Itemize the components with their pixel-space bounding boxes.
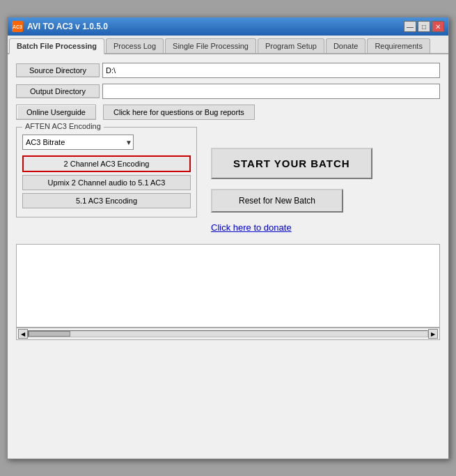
tab-setup[interactable]: Program Setup xyxy=(258,38,324,53)
2channel-encoding-button[interactable]: 2 Channel AC3 Encoding xyxy=(22,155,191,172)
scroll-right-button[interactable]: ▶ xyxy=(428,329,438,339)
bug-reports-button[interactable]: Click here for questions or Bug reports xyxy=(103,105,255,120)
tab-bar: Batch File Processing Process Log Single… xyxy=(8,36,448,54)
scrollbar-container: ◀ ▶ xyxy=(16,328,440,340)
app-icon-text: AC3 xyxy=(13,24,22,29)
dropdown-row: AC3 Bitrate AC3 Quality ▼ xyxy=(22,135,191,150)
dropdown-wrapper: AC3 Bitrate AC3 Quality ▼ xyxy=(22,135,134,150)
tab-batch[interactable]: Batch File Processing xyxy=(9,38,104,54)
upmix-encoding-button[interactable]: Upmix 2 Channel audio to 5.1 AC3 xyxy=(22,175,191,190)
encoding-group-legend: AFTEN AC3 Encoding xyxy=(22,122,104,130)
log-text-area[interactable] xyxy=(16,244,440,328)
donate-link[interactable]: Click here to donate xyxy=(211,222,292,233)
right-panel: START YOUR BATCH Reset for New Batch Cli… xyxy=(211,127,440,233)
action-buttons-row: Online Userguide Click here for question… xyxy=(16,105,440,120)
online-userguide-button[interactable]: Online Userguide xyxy=(16,105,96,120)
tab-requirements[interactable]: Requirements xyxy=(367,38,430,53)
minimize-button[interactable]: — xyxy=(404,21,416,32)
title-bar-left: AC3 AVI TO AC3 v 1.0.5.0 xyxy=(12,21,108,32)
title-bar: AC3 AVI TO AC3 v 1.0.5.0 — □ ✕ xyxy=(8,17,448,36)
51-encoding-button[interactable]: 5.1 AC3 Encoding xyxy=(22,193,191,208)
scroll-track xyxy=(28,330,428,337)
source-directory-row: Source Directory xyxy=(16,63,440,78)
tab-donate[interactable]: Donate xyxy=(326,38,365,53)
main-window: AC3 AVI TO AC3 v 1.0.5.0 — □ ✕ Batch Fil… xyxy=(7,17,449,459)
encoding-group: AFTEN AC3 Encoding AC3 Bitrate AC3 Quali… xyxy=(16,127,197,217)
scroll-left-button[interactable]: ◀ xyxy=(18,329,28,339)
output-directory-input[interactable] xyxy=(102,84,440,99)
ac3-bitrate-dropdown[interactable]: AC3 Bitrate AC3 Quality xyxy=(22,135,134,150)
title-bar-controls: — □ ✕ xyxy=(404,21,444,32)
tab-log[interactable]: Process Log xyxy=(106,38,164,53)
tab-single[interactable]: Single File Processing xyxy=(165,38,256,53)
start-batch-button[interactable]: START YOUR BATCH xyxy=(211,148,372,179)
reset-batch-button[interactable]: Reset for New Batch xyxy=(211,189,343,213)
close-button[interactable]: ✕ xyxy=(432,21,444,32)
left-panel: AFTEN AC3 Encoding AC3 Bitrate AC3 Quali… xyxy=(16,127,197,233)
output-directory-row: Output Directory xyxy=(16,84,440,99)
source-directory-input[interactable] xyxy=(102,63,440,78)
scroll-thumb[interactable] xyxy=(29,331,70,337)
app-icon: AC3 xyxy=(12,21,23,32)
maximize-button[interactable]: □ xyxy=(418,21,430,32)
main-area: AFTEN AC3 Encoding AC3 Bitrate AC3 Quali… xyxy=(16,127,440,233)
log-container: ◀ ▶ xyxy=(16,244,440,340)
content-area: Source Directory Output Directory Online… xyxy=(8,54,448,459)
source-directory-label: Source Directory xyxy=(16,63,100,77)
window-title: AVI TO AC3 v 1.0.5.0 xyxy=(27,22,108,31)
output-directory-label: Output Directory xyxy=(16,84,100,98)
